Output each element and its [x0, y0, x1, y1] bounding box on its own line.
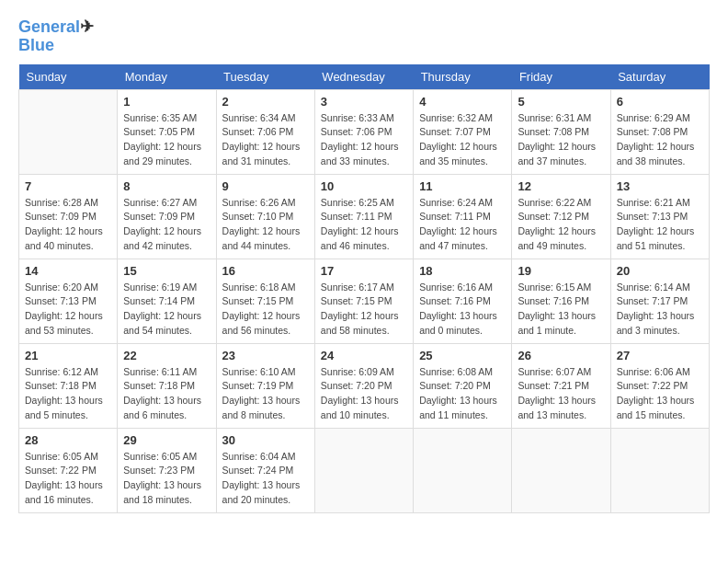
day-cell-22: 22Sunrise: 6:11 AMSunset: 7:18 PMDayligh…: [118, 343, 216, 428]
day-cell-13: 13Sunrise: 6:21 AMSunset: 7:13 PMDayligh…: [610, 174, 709, 259]
weekday-header-thursday: Thursday: [414, 64, 512, 90]
day-number: 17: [321, 264, 407, 278]
day-info: Sunrise: 6:09 AMSunset: 7:20 PMDaylight:…: [321, 365, 407, 423]
day-info: Sunrise: 6:26 AMSunset: 7:10 PMDaylight:…: [222, 196, 309, 254]
day-cell-30: 30Sunrise: 6:04 AMSunset: 7:24 PMDayligh…: [216, 428, 314, 512]
empty-cell: [314, 428, 413, 512]
day-info: Sunrise: 6:29 AMSunset: 7:08 PMDaylight:…: [617, 111, 703, 169]
day-cell-21: 21Sunrise: 6:12 AMSunset: 7:18 PMDayligh…: [19, 343, 118, 428]
weekday-header-sunday: Sunday: [19, 64, 118, 90]
day-info: Sunrise: 6:24 AMSunset: 7:11 PMDaylight:…: [419, 196, 506, 254]
day-number: 30: [222, 433, 309, 447]
day-number: 14: [25, 264, 111, 278]
day-info: Sunrise: 6:07 AMSunset: 7:21 PMDaylight:…: [518, 365, 604, 423]
day-number: 29: [123, 433, 210, 447]
day-cell-2: 2Sunrise: 6:34 AMSunset: 7:06 PMDaylight…: [216, 89, 314, 174]
day-number: 25: [419, 349, 506, 362]
day-cell-18: 18Sunrise: 6:16 AMSunset: 7:16 PMDayligh…: [414, 259, 512, 343]
calendar-week-1: 1Sunrise: 6:35 AMSunset: 7:05 PMDaylight…: [19, 89, 710, 174]
day-info: Sunrise: 6:16 AMSunset: 7:16 PMDaylight:…: [419, 281, 506, 339]
day-number: 10: [321, 179, 407, 193]
day-info: Sunrise: 6:04 AMSunset: 7:24 PMDaylight:…: [222, 450, 309, 508]
calendar-table: SundayMondayTuesdayWednesdayThursdayFrid…: [18, 64, 710, 513]
day-info: Sunrise: 6:17 AMSunset: 7:15 PMDaylight:…: [321, 281, 407, 339]
day-number: 3: [321, 95, 407, 109]
day-number: 20: [617, 264, 703, 278]
day-number: 6: [617, 95, 703, 109]
day-info: Sunrise: 6:14 AMSunset: 7:17 PMDaylight:…: [617, 281, 703, 339]
day-info: Sunrise: 6:15 AMSunset: 7:16 PMDaylight:…: [518, 281, 604, 339]
day-info: Sunrise: 6:05 AMSunset: 7:23 PMDaylight:…: [123, 450, 210, 508]
empty-cell: [19, 89, 118, 174]
day-number: 1: [123, 95, 210, 109]
day-cell-26: 26Sunrise: 6:07 AMSunset: 7:21 PMDayligh…: [512, 343, 610, 428]
empty-cell: [512, 428, 610, 512]
day-number: 19: [518, 264, 604, 278]
day-info: Sunrise: 6:22 AMSunset: 7:12 PMDaylight:…: [518, 196, 604, 254]
day-cell-24: 24Sunrise: 6:09 AMSunset: 7:20 PMDayligh…: [314, 343, 413, 428]
day-cell-7: 7Sunrise: 6:28 AMSunset: 7:09 PMDaylight…: [19, 174, 118, 259]
day-cell-8: 8Sunrise: 6:27 AMSunset: 7:09 PMDaylight…: [118, 174, 216, 259]
day-info: Sunrise: 6:12 AMSunset: 7:18 PMDaylight:…: [25, 365, 111, 423]
day-info: Sunrise: 6:35 AMSunset: 7:05 PMDaylight:…: [123, 111, 210, 169]
day-number: 4: [419, 95, 506, 109]
day-number: 28: [25, 433, 111, 447]
logo-text: General: [18, 17, 80, 36]
day-info: Sunrise: 6:25 AMSunset: 7:11 PMDaylight:…: [321, 196, 407, 254]
day-number: 23: [222, 349, 309, 362]
day-info: Sunrise: 6:32 AMSunset: 7:07 PMDaylight:…: [419, 111, 506, 169]
day-cell-23: 23Sunrise: 6:10 AMSunset: 7:19 PMDayligh…: [216, 343, 314, 428]
day-number: 22: [123, 349, 210, 362]
logo-blue: Blue: [18, 36, 54, 54]
day-info: Sunrise: 6:18 AMSunset: 7:15 PMDaylight:…: [222, 281, 309, 339]
day-number: 5: [518, 95, 604, 109]
weekday-header-saturday: Saturday: [610, 64, 709, 90]
day-info: Sunrise: 6:19 AMSunset: 7:14 PMDaylight:…: [123, 281, 210, 339]
day-cell-15: 15Sunrise: 6:19 AMSunset: 7:14 PMDayligh…: [118, 259, 216, 343]
day-number: 2: [222, 95, 309, 109]
calendar-week-4: 21Sunrise: 6:12 AMSunset: 7:18 PMDayligh…: [19, 343, 710, 428]
weekday-header-monday: Monday: [118, 64, 216, 90]
day-info: Sunrise: 6:11 AMSunset: 7:18 PMDaylight:…: [123, 365, 210, 423]
day-cell-25: 25Sunrise: 6:08 AMSunset: 7:20 PMDayligh…: [414, 343, 512, 428]
day-number: 9: [222, 179, 309, 193]
day-cell-28: 28Sunrise: 6:05 AMSunset: 7:22 PMDayligh…: [19, 428, 118, 512]
day-info: Sunrise: 6:31 AMSunset: 7:08 PMDaylight:…: [518, 111, 604, 169]
logo: General✈ Blue: [18, 18, 94, 55]
day-cell-29: 29Sunrise: 6:05 AMSunset: 7:23 PMDayligh…: [118, 428, 216, 512]
day-info: Sunrise: 6:08 AMSunset: 7:20 PMDaylight:…: [419, 365, 506, 423]
day-number: 8: [123, 179, 210, 193]
day-cell-6: 6Sunrise: 6:29 AMSunset: 7:08 PMDaylight…: [610, 89, 709, 174]
day-cell-27: 27Sunrise: 6:06 AMSunset: 7:22 PMDayligh…: [610, 343, 709, 428]
day-cell-12: 12Sunrise: 6:22 AMSunset: 7:12 PMDayligh…: [512, 174, 610, 259]
day-info: Sunrise: 6:20 AMSunset: 7:13 PMDaylight:…: [25, 281, 111, 339]
weekday-header-tuesday: Tuesday: [216, 64, 314, 90]
page-header: General✈ Blue: [18, 18, 710, 55]
calendar-week-3: 14Sunrise: 6:20 AMSunset: 7:13 PMDayligh…: [19, 259, 710, 343]
day-number: 26: [518, 349, 604, 362]
day-cell-11: 11Sunrise: 6:24 AMSunset: 7:11 PMDayligh…: [414, 174, 512, 259]
calendar-week-2: 7Sunrise: 6:28 AMSunset: 7:09 PMDaylight…: [19, 174, 710, 259]
day-number: 11: [419, 179, 506, 193]
day-number: 16: [222, 264, 309, 278]
day-info: Sunrise: 6:06 AMSunset: 7:22 PMDaylight:…: [617, 365, 703, 423]
day-number: 13: [617, 179, 703, 193]
day-cell-14: 14Sunrise: 6:20 AMSunset: 7:13 PMDayligh…: [19, 259, 118, 343]
day-cell-19: 19Sunrise: 6:15 AMSunset: 7:16 PMDayligh…: [512, 259, 610, 343]
day-number: 21: [25, 349, 111, 362]
day-number: 15: [123, 264, 210, 278]
day-number: 18: [419, 264, 506, 278]
day-cell-20: 20Sunrise: 6:14 AMSunset: 7:17 PMDayligh…: [610, 259, 709, 343]
day-info: Sunrise: 6:33 AMSunset: 7:06 PMDaylight:…: [321, 111, 407, 169]
day-cell-4: 4Sunrise: 6:32 AMSunset: 7:07 PMDaylight…: [414, 89, 512, 174]
day-info: Sunrise: 6:10 AMSunset: 7:19 PMDaylight:…: [222, 365, 309, 423]
day-info: Sunrise: 6:21 AMSunset: 7:13 PMDaylight:…: [617, 196, 703, 254]
day-number: 24: [321, 349, 407, 362]
day-number: 7: [25, 179, 111, 193]
weekday-header-friday: Friday: [512, 64, 610, 90]
empty-cell: [610, 428, 709, 512]
day-cell-9: 9Sunrise: 6:26 AMSunset: 7:10 PMDaylight…: [216, 174, 314, 259]
calendar-week-5: 28Sunrise: 6:05 AMSunset: 7:22 PMDayligh…: [19, 428, 710, 512]
day-number: 27: [617, 349, 703, 362]
day-info: Sunrise: 6:34 AMSunset: 7:06 PMDaylight:…: [222, 111, 309, 169]
